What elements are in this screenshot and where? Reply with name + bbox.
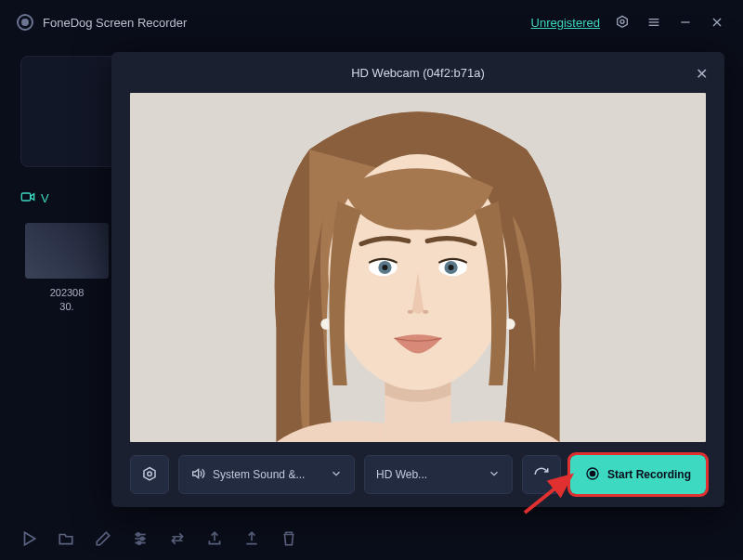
svg-point-36 [590, 471, 594, 475]
webcam-modal: HD Webcam (04f2:b71a) ✕ [111, 52, 724, 507]
webcam-preview [130, 93, 706, 442]
record-icon [585, 466, 600, 484]
start-recording-label: Start Recording [607, 468, 691, 481]
audio-source-dropdown[interactable]: System Sound &... [178, 455, 355, 494]
titlebar: FoneDog Screen Recorder Unregistered [0, 0, 743, 45]
share-icon[interactable] [243, 530, 260, 547]
adjust-icon[interactable] [132, 530, 149, 547]
app-logo-icon [17, 14, 33, 31]
minimize-icon[interactable] [676, 13, 695, 32]
modal-title: HD Webcam (04f2:b71a) [351, 66, 485, 80]
svg-rect-7 [21, 193, 30, 201]
camera-source-dropdown[interactable]: HD Web... [364, 455, 513, 494]
delete-icon[interactable] [280, 530, 297, 547]
bottom-toolbar [20, 530, 723, 547]
edit-icon[interactable] [95, 530, 111, 547]
chevron-down-icon [488, 467, 501, 483]
app-logo-wrap: FoneDog Screen Recorder [17, 14, 187, 31]
audio-source-label: System Sound &... [213, 468, 305, 481]
camera-source-label: HD Web... [376, 468, 427, 481]
menu-icon[interactable] [645, 13, 663, 32]
svg-point-31 [423, 310, 428, 314]
speaker-icon [190, 466, 205, 484]
app-title: FoneDog Screen Recorder [43, 16, 187, 30]
settings-hex-icon[interactable] [613, 13, 632, 32]
video-camera-icon [20, 190, 35, 206]
folder-icon[interactable] [58, 530, 74, 547]
gallery-item[interactable]: 20230830. [20, 223, 113, 315]
close-icon[interactable]: ✕ [693, 65, 710, 82]
svg-point-34 [148, 472, 152, 476]
start-recording-button[interactable]: Start Recording [570, 455, 706, 494]
svg-point-29 [449, 265, 454, 270]
sub-tab-video[interactable]: V [20, 190, 49, 206]
close-window-icon[interactable] [708, 13, 726, 32]
settings-button[interactable] [130, 455, 169, 494]
export-icon[interactable] [206, 530, 223, 547]
play-icon[interactable] [20, 530, 37, 547]
svg-point-30 [408, 310, 413, 314]
chevron-down-icon [330, 467, 343, 483]
unregistered-link[interactable]: Unregistered [531, 16, 600, 30]
svg-point-28 [382, 265, 387, 270]
gallery-thumbnail [25, 223, 109, 279]
svg-point-0 [620, 20, 624, 23]
refresh-button[interactable] [522, 455, 561, 494]
convert-icon[interactable] [169, 530, 186, 547]
